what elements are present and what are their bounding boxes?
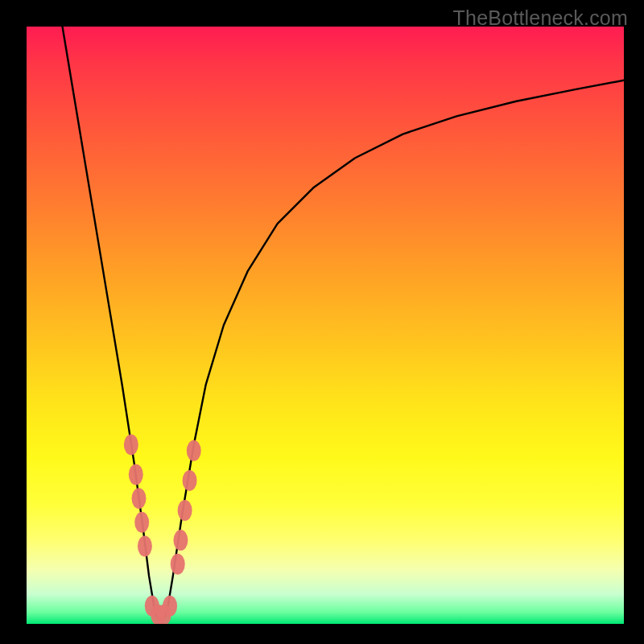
sample-marker: [178, 500, 192, 521]
watermark-text: TheBottleneck.com: [453, 6, 628, 30]
sample-marker: [134, 512, 149, 533]
bottleneck-curve-path: [63, 27, 624, 624]
sample-markers: [124, 434, 201, 624]
chart-frame: TheBottleneck.com: [0, 0, 644, 644]
sample-marker: [138, 536, 152, 557]
sample-marker: [163, 596, 177, 617]
sample-marker: [187, 440, 201, 461]
plot-area: [27, 27, 624, 624]
sample-marker: [183, 470, 197, 491]
chart-overlay-svg: [27, 27, 624, 624]
sample-marker: [129, 464, 143, 485]
sample-marker: [132, 488, 147, 509]
sample-marker: [124, 434, 138, 455]
sample-marker: [173, 530, 188, 551]
sample-marker: [171, 554, 185, 575]
bottleneck-curve: [63, 27, 624, 624]
